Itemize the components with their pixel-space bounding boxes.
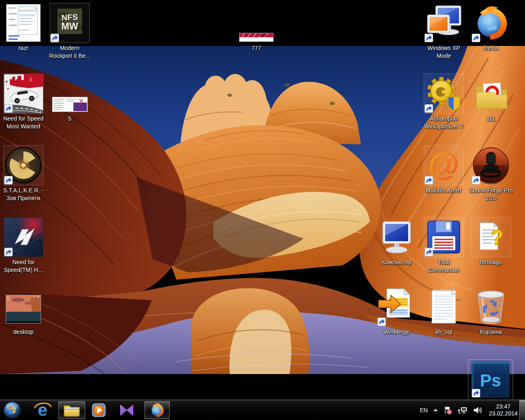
icon-label: Корзина [480, 328, 502, 336]
desktop-icon-photoshop[interactable]: Ps [468, 359, 513, 400]
nfs-logo-icon [4, 217, 43, 257]
desktop-icon-winmerge[interactable]: WinMerge [373, 287, 420, 336]
shortcut-arrow-icon [425, 176, 433, 185]
nfs-most-wanted-icon [4, 74, 43, 113]
taskbar-windows-explorer[interactable] [58, 401, 85, 419]
icon-label: firefox [483, 44, 499, 52]
shortcut-arrow-icon [50, 34, 59, 42]
taskbar-firefox[interactable] [144, 401, 170, 419]
desktop-icon-modern-rockport[interactable]: NFS MW ModernRockport II Be... [46, 3, 94, 60]
icon-label: desktop [13, 328, 33, 336]
microphone-icon [471, 146, 511, 185]
icon-label: Mail.Ru Агент [426, 187, 461, 194]
desktop-icon-total-commander[interactable]: TotalCommander [420, 217, 468, 274]
razr-thumbnail-icon [4, 3, 43, 43]
desktop-icon-mailru[interactable]: @ Mail.Ru Агент [420, 146, 468, 194]
folder-icon [63, 403, 80, 418]
shortcut-arrow-icon [4, 248, 13, 256]
icon-label: Компьютер [382, 258, 411, 266]
shortcut-arrow-icon [472, 34, 480, 42]
recycle-bin-icon [471, 287, 511, 326]
desktop-icon-firefox[interactable]: firefox [467, 3, 515, 52]
shortcut-arrow-icon [4, 104, 13, 113]
svg-text:?: ? [491, 226, 504, 249]
icon-label: kh_sql [436, 328, 452, 336]
at-sign-icon: @ [424, 146, 463, 185]
shortcut-arrow-icon [425, 104, 433, 113]
icon-label: htmltags [480, 258, 502, 266]
firefox-logo-icon [471, 3, 511, 43]
icon-label: ModernRockport II Be... [49, 44, 90, 60]
gear-shield-icon [424, 74, 463, 113]
show-desktop-button[interactable] [519, 400, 525, 420]
shortcut-arrow-icon [377, 317, 386, 326]
desktop-icon-htmltags[interactable]: ? htmltags [467, 217, 515, 266]
firefox-icon [149, 402, 165, 418]
radiation-icon [4, 146, 43, 185]
desktop-icon-windows-xp-mode[interactable]: Windows XPMode [420, 3, 468, 60]
tray-time: 23:47 [489, 403, 518, 410]
desktop-icon-stalker[interactable]: S.T.A.L.K.E.R. -Зов Припяти [0, 146, 47, 202]
tray-clock[interactable]: 23:47 23.02.2014 [489, 403, 518, 417]
icon-label: S.T.A.L.K.E.R. -Зов Припяти [3, 187, 43, 202]
taskbar-kmplayer[interactable] [117, 401, 137, 419]
777-thumbnail-icon [237, 3, 276, 43]
network-status-icon[interactable] [458, 406, 468, 415]
icon-label: AshampooWinOptimizer 7 [424, 115, 463, 130]
taskbar: e [0, 399, 525, 420]
desktop-icon-ashampoo[interactable]: AshampooWinOptimizer 7 [420, 74, 468, 130]
desktop-screenshot-icon [4, 287, 43, 326]
language-indicator[interactable]: EN [420, 407, 427, 413]
shortcut-arrow-icon [425, 248, 433, 256]
action-center-flag-icon[interactable] [443, 406, 452, 415]
compare-documents-icon [377, 287, 416, 326]
desktop-icon-kh-sql[interactable]: kh_sql [420, 287, 468, 336]
help-file-icon: ? [471, 217, 511, 257]
desktop-icon-razr[interactable]: razr [0, 3, 47, 52]
svg-text:Ps: Ps [480, 371, 501, 390]
desktop-icon-nfs-most-wanted[interactable]: Need for SpeedMost Wanted [0, 74, 47, 130]
desktop-icon-soundforge[interactable]: Sound Forge Pro10.0 [467, 146, 515, 202]
nfs-mw-graffiti-icon: NFS MW [50, 3, 89, 43]
icon-label: Sound Forge Pro10.0 [469, 187, 513, 202]
svg-text:MW: MW [62, 21, 78, 32]
dual-monitor-icon [424, 3, 463, 43]
computer-monitor-icon [377, 217, 416, 257]
desktop-icon-recycle-bin[interactable]: Корзина [467, 287, 515, 336]
floppy-disk-icon [424, 217, 463, 257]
icon-label: 777 [251, 44, 261, 52]
text-document-icon [424, 287, 463, 326]
icon-label: Need for SpeedMost Wanted [3, 115, 43, 130]
shortcut-arrow-icon [472, 389, 480, 397]
taskbar-windows-media-player[interactable] [89, 401, 109, 419]
icon-label: 5 [68, 115, 71, 123]
icon-label: 111 [486, 115, 495, 123]
shortcut-arrow-icon [425, 34, 433, 42]
desktop-icon-5[interactable]: 5 [46, 74, 94, 123]
icon-label: Need forSpeed(TM) H... [4, 258, 43, 274]
desktop-icon-desktop[interactable]: desktop [0, 287, 47, 336]
folder-with-images-icon [471, 74, 511, 113]
shortcut-arrow-icon [4, 176, 13, 185]
icon-label: razr [18, 44, 28, 52]
desktop-icon-folder-111[interactable]: 111 [467, 74, 515, 123]
desktop-root[interactable]: razr NFS MW ModernRockport II Be... [0, 0, 525, 420]
icon-label: WinMerge [383, 328, 410, 336]
shortcut-arrow-icon [472, 176, 480, 185]
desktop-icon-777[interactable]: 777 [233, 3, 280, 52]
desktop-icon-computer[interactable]: Компьютер [373, 217, 420, 266]
photoshop-icon: Ps [471, 361, 510, 398]
taskbar-internet-explorer[interactable]: e [33, 401, 52, 419]
tray-date: 23.02.2014 [489, 410, 518, 417]
icon-label: Windows XPMode [427, 44, 460, 60]
volume-icon[interactable] [473, 406, 482, 415]
start-button[interactable] [2, 401, 22, 419]
screenshot-thumbnail-icon [50, 74, 89, 113]
system-tray: EN 23:47 23 [420, 400, 518, 420]
icon-label: TotalCommander [428, 258, 459, 274]
desktop-icon-nfs-hot-pursuit[interactable]: Need forSpeed(TM) H... [0, 217, 47, 274]
hidden-icons-arrow-icon[interactable] [433, 408, 438, 412]
